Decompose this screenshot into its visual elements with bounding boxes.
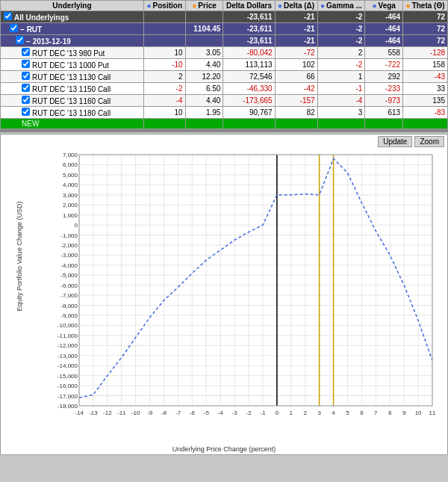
row-vega: -973 xyxy=(365,95,403,107)
chart-container: Update Zoom Equity Portfolio Value Chang… xyxy=(0,134,448,455)
row-theta: 72 xyxy=(403,23,448,35)
row-underlying-name: RUT DEC '13 1130 Call xyxy=(1,71,144,83)
row-delta_dollars: -23,611 xyxy=(223,11,275,23)
row-theta xyxy=(403,119,448,129)
row-delta_dollars: -46,330 xyxy=(223,83,275,95)
row-underlying-name: RUT DEC '13 1160 Call xyxy=(1,95,144,107)
row-checkbox[interactable] xyxy=(22,72,30,80)
row-price: 1104.45 xyxy=(185,23,223,35)
row-position xyxy=(143,23,185,35)
row-checkbox[interactable] xyxy=(16,36,24,44)
col-header-vega: ●Vega xyxy=(365,1,403,11)
col-header-gamma: ●Gamma ... xyxy=(317,1,365,11)
y-axis-label: Equity Portfolio Value Change (USD) xyxy=(16,278,23,312)
x-axis-label: Underlying Price Change (percent) xyxy=(172,445,276,453)
table-row: RUT DEC '13 1160 Call-44.40-173,665-157-… xyxy=(1,95,448,107)
col-header-delta-dollars: Delta Dollars xyxy=(223,1,275,11)
row-checkbox[interactable] xyxy=(4,12,12,20)
row-gamma: -1 xyxy=(317,83,365,95)
row-delta: -72 xyxy=(275,47,317,59)
row-underlying-name: − RUT xyxy=(1,23,144,35)
table-row: − 2013-12-19-23,611-21-2-46472 xyxy=(1,35,448,47)
row-price: 6.50 xyxy=(185,83,223,95)
row-gamma: 1 xyxy=(317,71,365,83)
row-vega: -464 xyxy=(365,35,403,47)
col-header-delta: ●Delta (Δ) xyxy=(275,1,317,11)
row-theta: -128 xyxy=(403,47,448,59)
row-underlying-name: − 2013-12-19 xyxy=(1,35,144,47)
row-vega: -464 xyxy=(365,11,403,23)
row-position xyxy=(143,35,185,47)
row-delta_dollars: 72,546 xyxy=(223,71,275,83)
table-row: RUT DEC '13 1000 Put-104.40113,113102-2-… xyxy=(1,59,448,71)
section-divider xyxy=(0,129,448,132)
row-delta_dollars: -23,611 xyxy=(223,23,275,35)
row-position: 10 xyxy=(143,107,185,119)
row-gamma: -2 xyxy=(317,11,365,23)
row-underlying-name: RUT DEC '13 1180 Call xyxy=(1,107,144,119)
col-header-underlying: Underlying xyxy=(1,1,144,11)
row-delta: -157 xyxy=(275,95,317,107)
row-underlying-name: NEW xyxy=(1,119,144,129)
row-gamma xyxy=(317,119,365,129)
table-row: − RUT1104.45-23,611-21-2-46472 xyxy=(1,23,448,35)
row-checkbox[interactable] xyxy=(22,96,30,104)
row-position xyxy=(143,119,185,129)
row-theta: 158 xyxy=(403,59,448,71)
row-checkbox[interactable] xyxy=(22,48,30,56)
row-position xyxy=(143,11,185,23)
row-gamma: -2 xyxy=(317,23,365,35)
zoom-button[interactable]: Zoom xyxy=(414,136,444,147)
row-price: 4.40 xyxy=(185,59,223,71)
row-delta: 102 xyxy=(275,59,317,71)
row-position: 10 xyxy=(143,47,185,59)
chart-toolbar: Update Zoom xyxy=(378,136,444,147)
table-row: NEW xyxy=(1,119,448,129)
row-underlying-name: RUT DEC '13 1000 Put xyxy=(1,59,144,71)
row-gamma: -2 xyxy=(317,59,365,71)
row-theta: 135 xyxy=(403,95,448,107)
update-button[interactable]: Update xyxy=(378,136,412,147)
table-row: RUT DEC '13 1130 Call212.2072,546661292-… xyxy=(1,71,448,83)
row-delta xyxy=(275,119,317,129)
row-theta: 72 xyxy=(403,11,448,23)
row-price: 4.40 xyxy=(185,95,223,107)
row-theta: 33 xyxy=(403,83,448,95)
row-checkbox[interactable] xyxy=(22,84,30,92)
table-row: RUT DEC '13 980 Put103.05-80,042-722558-… xyxy=(1,47,448,59)
row-underlying-name: RUT DEC '13 980 Put xyxy=(1,47,144,59)
row-price xyxy=(185,35,223,47)
row-underlying-name: All Underlyings xyxy=(1,11,144,23)
row-delta_dollars xyxy=(223,119,275,129)
row-delta: -21 xyxy=(275,35,317,47)
row-underlying-name: RUT DEC '13 1150 Call xyxy=(1,83,144,95)
row-vega: -464 xyxy=(365,23,403,35)
row-price: 3.05 xyxy=(185,47,223,59)
col-header-theta: ●Theta (Θ) xyxy=(403,1,448,11)
table-row: RUT DEC '13 1180 Call101.9590,767823613-… xyxy=(1,107,448,119)
row-price: 1.95 xyxy=(185,107,223,119)
row-vega xyxy=(365,119,403,129)
row-vega: -233 xyxy=(365,83,403,95)
row-checkbox[interactable] xyxy=(22,108,30,116)
row-delta_dollars: 90,767 xyxy=(223,107,275,119)
row-delta_dollars: -173,665 xyxy=(223,95,275,107)
row-vega: 613 xyxy=(365,107,403,119)
row-theta: -83 xyxy=(403,107,448,119)
row-checkbox[interactable] xyxy=(22,60,30,68)
row-position: 2 xyxy=(143,71,185,83)
row-vega: -722 xyxy=(365,59,403,71)
row-vega: 292 xyxy=(365,71,403,83)
row-position: -10 xyxy=(143,59,185,71)
row-delta_dollars: -80,042 xyxy=(223,47,275,59)
row-theta: 72 xyxy=(403,35,448,47)
row-price: 12.20 xyxy=(185,71,223,83)
row-position: -2 xyxy=(143,83,185,95)
chart-plot-area xyxy=(38,151,440,428)
table-row: All Underlyings-23,611-21-2-46472 xyxy=(1,11,448,23)
row-checkbox[interactable] xyxy=(10,24,18,32)
positions-table: Underlying ●Position ●Price Delta Dollar… xyxy=(0,0,448,129)
table-row: RUT DEC '13 1150 Call-26.50-46,330-42-1-… xyxy=(1,83,448,95)
row-delta: -21 xyxy=(275,11,317,23)
row-delta_dollars: 113,113 xyxy=(223,59,275,71)
